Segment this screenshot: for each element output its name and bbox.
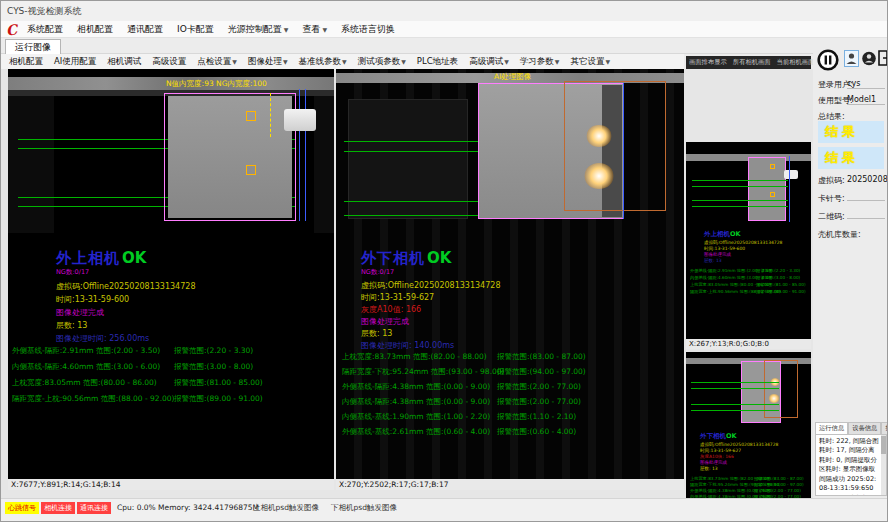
- menu-system-config[interactable]: 系统配置: [27, 23, 63, 36]
- menu-view[interactable]: 查看▼: [302, 23, 327, 36]
- tool-image-processing[interactable]: 图像处理▼: [248, 56, 288, 68]
- virtual-code-value: 20250208: [847, 175, 888, 184]
- process-done: 图像处理完成: [56, 307, 104, 318]
- model-value: Model1: [847, 95, 885, 105]
- tab-run-image[interactable]: 运行图像: [5, 39, 61, 54]
- cpu-memory-text: Cpu: 0.0% Memory: 3424.41796875M: [117, 503, 259, 512]
- roi-rect-orange: [564, 81, 666, 211]
- camera-view-lower[interactable]: AI处理图像 外下相机OK NG数:0/17 虚拟码:Offline202502…: [336, 69, 684, 490]
- camera-title: 外上相机OK: [56, 249, 146, 268]
- chevron-down-icon: ▼: [283, 58, 288, 65]
- connector-part: [784, 170, 798, 179]
- bright-spot: [586, 125, 612, 147]
- heartbeat-badge: 心跳信号: [5, 502, 39, 514]
- camera-title: 外下相机OK: [700, 432, 737, 441]
- virtual-code: 虚拟码:Offline20250208133134728: [56, 281, 195, 292]
- layout-mode-label[interactable]: 画面排布显示: [689, 58, 727, 67]
- run-log-text: 耗时: 222, 间隔合图耗时: 17, 间隔分离耗时: 0, 间隔提取分区耗时…: [815, 434, 887, 496]
- baseline-line: [692, 206, 788, 207]
- image-shadow-right: [314, 96, 334, 233]
- result-box-2: 结果: [818, 147, 884, 169]
- bright-spot: [768, 394, 780, 403]
- measurement-row: 外侧基线-隔距:2.91mm 范围:(2.00 - 3.50)报警范围:(2.2…: [690, 268, 811, 273]
- menu-io-config[interactable]: IO卡配置: [177, 23, 214, 36]
- measurement-row: 上枕宽度:83.05mm 范围:(80.00 - 86.00)报警范围:(81.…: [690, 282, 811, 287]
- virtual-code: 虚拟码:Offline20250208133134728: [700, 442, 778, 447]
- title-bar: CYS-视觉检测系统: [1, 1, 888, 21]
- chevron-down-icon: ▼: [504, 58, 509, 65]
- tab-run-info[interactable]: 运行信息: [815, 422, 848, 434]
- process-done: 图像处理完成: [704, 252, 731, 257]
- main-area: N值内宽度:93 NG内宽度:100 外上相机OK NG数:0/17 虚拟码:O…: [1, 69, 888, 498]
- process-time: 图像处理时间: 256.00ms: [56, 333, 149, 344]
- baseline-line: [691, 382, 779, 383]
- chevron-down-icon: ▼: [605, 58, 610, 65]
- tool-ai-config[interactable]: AI使用配置: [54, 56, 96, 68]
- product-block: [168, 96, 292, 218]
- log-scrollbar[interactable]: [881, 435, 886, 495]
- layer-count: 层数: 13: [704, 258, 722, 263]
- tool-camera-debug[interactable]: 相机调试: [107, 56, 141, 68]
- camera-view-upper[interactable]: N值内宽度:93 NG内宽度:100 外上相机OK NG数:0/17 虚拟码:O…: [8, 69, 334, 490]
- qr-code-label: 二维码:: [818, 211, 845, 222]
- connector-part: [284, 109, 316, 131]
- menu-light-config[interactable]: 光源控制配置▼: [228, 23, 289, 36]
- chevron-down-icon: ▼: [322, 26, 327, 33]
- chevron-down-icon: ▼: [555, 58, 560, 65]
- layout-all-cameras[interactable]: 所有相机画面: [733, 58, 771, 67]
- tool-other-settings[interactable]: 其它设置▼: [570, 56, 610, 68]
- operator-user-icon-button[interactable]: [862, 51, 876, 66]
- mini-view-lower[interactable]: 外下相机OK 虚拟码:Offline20250208133134728 时间:1…: [686, 352, 811, 522]
- camera-connection-badge: 相机连接: [41, 502, 75, 514]
- tab-alarm-info[interactable]: 报警信息: [881, 422, 888, 434]
- tool-advanced-debug[interactable]: 高级调试▼: [469, 56, 509, 68]
- pixel-coord-bar: X:267;Y:13;R:0;G:0;B:0: [686, 339, 811, 349]
- measurement-row: 隔距宽度-下枕:95.24mm 范围:(93.00 - 98.00)报警范围:(…: [342, 367, 684, 377]
- comm-connection-badge: 通讯连接: [77, 502, 111, 514]
- user-icon-button[interactable]: [844, 50, 859, 67]
- tool-spot-check[interactable]: 点检设置▼: [197, 56, 237, 68]
- logout-icon-button[interactable]: [877, 50, 888, 66]
- baseline-line: [691, 404, 779, 405]
- measurement-row: 内侧基线-隔距:4.60mm 范围:(3.00 - 6.00)报警范围:(3.0…: [12, 362, 334, 372]
- baseline-line: [691, 388, 779, 389]
- chevron-down-icon: ▼: [401, 58, 406, 65]
- marker-rect: [770, 192, 775, 197]
- process-done: 图像处理完成: [700, 460, 727, 465]
- baseline-line: [692, 186, 788, 187]
- measurement-row: 上枕宽度:83.05mm 范围:(80.00 - 86.00)报警范围:(81.…: [12, 378, 334, 388]
- overlay-ai-label: AI处理图像: [494, 72, 531, 82]
- lower-camera-trigger-link[interactable]: 下相机psd触发图像: [331, 503, 397, 513]
- virtual-code: 虚拟码:Offline20250208133134728: [704, 240, 782, 245]
- tool-test-params[interactable]: 测试项参数▼: [358, 56, 406, 68]
- tool-camera-config[interactable]: 相机配置: [9, 56, 43, 68]
- pause-button[interactable]: [817, 49, 839, 71]
- menu-language-switch[interactable]: 系统语言切换: [341, 23, 395, 36]
- upper-camera-trigger-link[interactable]: 上相机psd触发图像: [253, 503, 319, 513]
- process-done: 图像处理完成: [361, 316, 409, 327]
- menu-camera-config[interactable]: 相机配置: [77, 23, 113, 36]
- capture-time: 时间:13-31-59-600: [704, 246, 745, 251]
- menu-comm-config[interactable]: 通讯配置: [127, 23, 163, 36]
- layer-count: 层数: 13: [700, 466, 718, 471]
- measure-vline-blue: [623, 83, 624, 219]
- tool-learning-params[interactable]: 学习参数▼: [520, 56, 560, 68]
- baseline-line: [692, 180, 788, 181]
- baseline-line: [691, 410, 779, 411]
- layout-current-camera[interactable]: 当前相机画面: [777, 58, 815, 67]
- pin-number-value: [847, 200, 885, 201]
- measurement-row: 隔距宽度-下枕:95.24mm 范围:(93.00 - 98.00)报警范围:(…: [690, 482, 811, 487]
- measurement-row: 隔距宽度-上枕:90.56mm 范围:(88.00 - 92.00)报警范围:(…: [12, 394, 334, 404]
- status-ok: OK: [122, 249, 146, 267]
- tool-plc-table[interactable]: PLC地址表: [417, 56, 458, 68]
- tab-device-info[interactable]: 设备信息: [848, 422, 881, 434]
- log-scrollbar-thumb[interactable]: [881, 436, 886, 454]
- mini-view-upper[interactable]: 外上相机OK 虚拟码:Offline20250208133134728 时间:1…: [686, 142, 811, 349]
- stock-count-label: 壳机库数量:: [818, 229, 861, 240]
- measurement-row: 内侧基线-隔距:4.60mm 范围:(3.00 - 6.00)报警范围:(3.0…: [690, 275, 811, 280]
- right-panel: 登录用户: cys 使用型号: Model1 总结果: 结果 结果 虚拟码: 2…: [813, 45, 888, 498]
- chevron-down-icon: ▼: [342, 58, 347, 65]
- tool-advanced-settings[interactable]: 高级设置: [152, 56, 186, 68]
- layer-count: 层数: 13: [361, 328, 392, 339]
- tool-baseline-params[interactable]: 基准线参数▼: [299, 56, 347, 68]
